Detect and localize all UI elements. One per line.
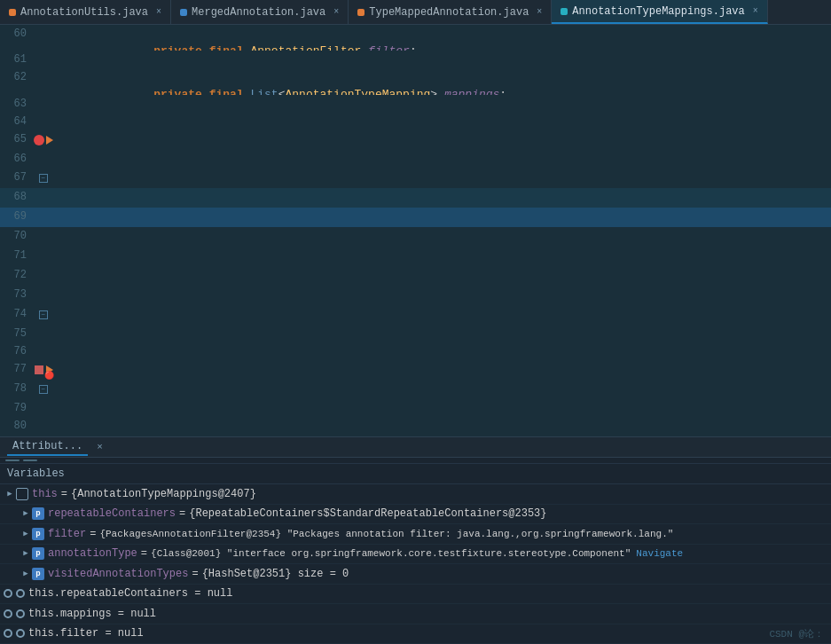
watch-icon-circle5 (4, 629, 12, 638)
code-line-68: 68 (0, 188, 831, 208)
tab-label: TypeMappedAnnotation.java (369, 6, 529, 19)
code-line-77: 77 🔴 private void addAllMappings(Class<?… (0, 360, 831, 380)
tab-icon-blue (180, 9, 187, 16)
var-row-this-repeatable-containers[interactable]: this.repeatableContainers = null (0, 585, 831, 605)
watch-icon-circle4 (16, 609, 25, 618)
watermark: CSDN @论： (769, 627, 824, 640)
code-line-69: 69 this.repeatableContainers = repeatabl… (0, 208, 831, 227)
tab-type-mapped[interactable]: TypeMappedAnnotation.java × (349, 0, 552, 24)
execution-arrow (46, 136, 53, 145)
code-line-71: 71 this.mappings = new ArrayList<>(); (0, 247, 831, 266)
watch-icon-circle3 (4, 609, 12, 618)
code-line-61: 61 (0, 51, 831, 68)
tab-label: AnnotationUtils.java (20, 6, 148, 19)
tab-icon-orange (357, 9, 365, 16)
var-icon-this (16, 488, 28, 500)
var-row-this-filter[interactable]: this.filter = null (0, 624, 831, 645)
panel-header: Attribut... × (0, 436, 831, 458)
expand-arrow-repeatable[interactable]: ▶ (20, 507, 32, 520)
tab-annotation-utils[interactable]: AnnotationUtils.java × (0, 0, 171, 24)
tab-annotation-type-mappings[interactable]: AnnotationTypeMappings.java × (552, 0, 767, 24)
var-row-this[interactable]: ▶ this = {AnnotationTypeMappings@2407} (0, 484, 831, 505)
watch-icon-circle6 (16, 629, 25, 638)
code-line-65: 65 private AnnotationTypeMappings(Repeat… (0, 130, 831, 150)
tab-icon-cyan (561, 8, 568, 15)
code-line-72: 72 addAllMappings(annotationType, visite… (0, 266, 831, 286)
variables-label: Variables (0, 464, 831, 484)
fold-icon[interactable]: − (39, 174, 48, 183)
var-row-filter[interactable]: ▶ p filter = {PackagesAnnotationFilter@2… (0, 524, 831, 545)
code-editor: 60 private final AnnotationFilter filter… (0, 25, 831, 436)
code-line-70: 70 this.filter = filter; (0, 227, 831, 247)
fold-icon-78[interactable]: − (39, 385, 48, 394)
code-line-66: 66 AnnotationFilter filter, Class<? exte… (0, 150, 831, 169)
toolbar-icon (5, 459, 20, 461)
fold-icon-74[interactable]: − (39, 310, 48, 319)
tab-label: AnnotationTypeMappings.java (572, 5, 744, 18)
code-line-78: 78 − Set<Class<? extends Annotation>> vi… (0, 380, 831, 399)
code-line-76: 76 (0, 342, 831, 360)
tab-close[interactable]: × (156, 7, 161, 17)
code-line-80: 80 Deque<AnnotationTypeMapping> queue = … (0, 417, 831, 436)
breakpoint-icon (34, 135, 44, 145)
var-row-visited-annotation-types[interactable]: ▶ p visitedAnnotationTypes = {HashSet@23… (0, 564, 831, 585)
code-line-64: 64 (0, 113, 831, 130)
code-line-73: 73 this.mappings.forEach(AnnotationTypeM… (0, 286, 831, 305)
code-line-79: 79 (0, 399, 831, 417)
tab-close[interactable]: × (753, 6, 758, 16)
var-row-annotation-type[interactable]: ▶ p annotationType = {Class@2001} "inter… (0, 545, 831, 565)
expand-arrow-this[interactable]: ▶ (4, 488, 16, 500)
code-line-67: 67 − Set<Class<? extends Annotation>> vi… (0, 169, 831, 188)
var-icon-p: p (32, 507, 44, 520)
expand-arrow-annotation-type[interactable]: ▶ (20, 547, 32, 560)
variables-panel: Variables ▶ this = {AnnotationTypeMappin… (0, 458, 831, 644)
var-icon-p-visited: p (32, 568, 44, 580)
panel-tab-attributes[interactable]: Attribut... (7, 438, 88, 456)
tab-icon-orange (9, 9, 16, 16)
watch-icon-circle (4, 589, 12, 598)
navigate-link[interactable]: Navigate (636, 544, 683, 563)
tab-close[interactable]: × (333, 7, 339, 17)
variables-toolbar (0, 458, 831, 464)
watch-icon-circle2 (16, 589, 25, 598)
expand-arrow-visited[interactable]: ▶ (20, 568, 32, 580)
code-line-63: 63 (0, 95, 831, 113)
panel-close[interactable]: × (97, 442, 103, 452)
code-line-74: 74 − } (0, 305, 831, 325)
tab-bar: AnnotationUtils.java × MergedAnnotation.… (0, 0, 831, 25)
expand-arrow-filter[interactable]: ▶ (20, 528, 32, 540)
code-line-60: 60 private final AnnotationFilter filter… (0, 25, 831, 51)
code-line-75: 75 (0, 325, 831, 342)
tab-label: MergedAnnotation.java (192, 6, 325, 19)
tab-close[interactable]: × (537, 7, 542, 17)
tab-merged-annotation[interactable]: MergedAnnotation.java × (171, 0, 349, 24)
breakpoint-small (35, 365, 43, 374)
var-icon-p-filter: p (32, 528, 44, 540)
var-row-repeatable-containers[interactable]: ▶ p repeatableContainers = {RepeatableCo… (0, 505, 831, 525)
var-icon-p-annotation-type: p (32, 547, 44, 560)
code-line-62: 62 private final List<AnnotationTypeMapp… (0, 68, 831, 94)
toolbar-icon (23, 459, 37, 461)
var-row-this-mappings[interactable]: this.mappings = null (0, 604, 831, 624)
